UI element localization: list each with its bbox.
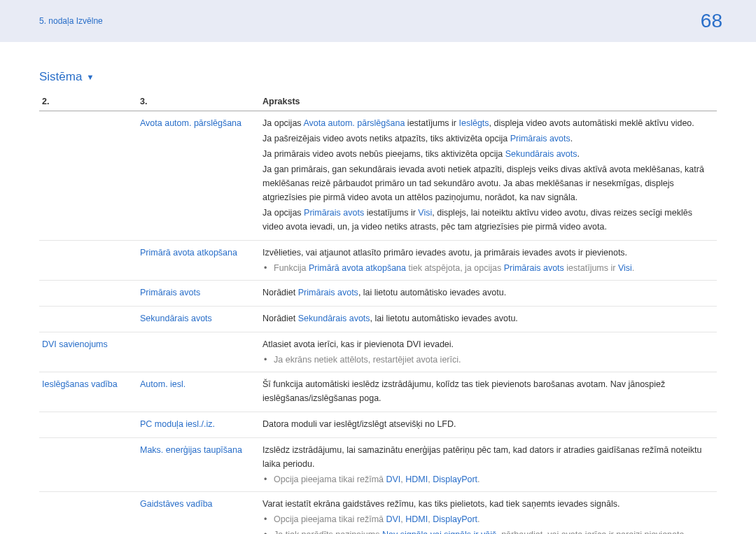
table-row: DVI savienojums Atlasiet avota ierīci, k…: [39, 332, 717, 372]
setting-desc: Datora moduli var ieslēgt/izslēgt atsevi…: [260, 412, 717, 438]
table-row: Primārais avots Norādiet Primārais avots…: [39, 281, 717, 307]
setting-desc: Izslēdz izstrādājumu, lai samazinātu ene…: [260, 438, 717, 492]
page-number: 68: [701, 10, 722, 32]
setting-label: Gaidstāves vadība: [140, 499, 213, 509]
table-row: Gaidstāves vadība Varat iestatīt ekrāna …: [39, 492, 717, 535]
setting-label: PC moduļa iesl./.iz.: [140, 419, 215, 429]
breadcrumb: 5. nodaļa Izvēlne: [39, 16, 103, 26]
setting-desc: Varat iestatīt ekrāna gaidstāves režīmu,…: [260, 492, 717, 535]
col-3-header: 3.: [137, 92, 260, 111]
section-title: Sistēma ▼: [39, 70, 717, 84]
setting-desc: Norādiet Sekundārais avots, lai lietotu …: [260, 307, 717, 332]
setting-desc: Izvēlieties, vai atjaunot atlasīto primā…: [260, 241, 717, 281]
page-content: Sistēma ▼ 2. 3. Apraksts Avota autom. pā…: [0, 42, 756, 534]
settings-table: 2. 3. Apraksts Avota autom. pārslēgšana …: [39, 92, 717, 534]
setting-label: Autom. iesl.: [140, 379, 186, 389]
setting-label: Sekundārais avots: [140, 314, 212, 323]
setting-desc: Norādiet Primārais avots, lai lietotu au…: [260, 281, 717, 307]
section-title-text: Sistēma: [39, 70, 82, 84]
table-row: Primārā avota atkopšana Izvēlieties, vai…: [39, 241, 717, 281]
table-row: Ieslēgšanas vadība Autom. iesl. Šī funkc…: [39, 372, 717, 412]
table-row: Maks. enerģijas taupīšana Izslēdz izstrā…: [39, 438, 717, 492]
col-2-header: 2.: [39, 92, 137, 111]
page-header: 5. nodaļa Izvēlne 68: [0, 0, 756, 42]
setting-label: Maks. enerģijas taupīšana: [140, 445, 242, 455]
setting-label: Primārais avots: [140, 288, 200, 297]
table-row: PC moduļa iesl./.iz. Datora moduli var i…: [39, 412, 717, 438]
setting-desc: Šī funkcija automātiski ieslēdz izstrādā…: [260, 372, 717, 412]
setting-desc: Atlasiet avota ierīci, kas ir pievienota…: [260, 332, 717, 372]
col-desc-header: Apraksts: [260, 92, 717, 111]
setting-label: Avota autom. pārslēgšana: [140, 118, 241, 128]
setting-desc: Ja opcijas Avota autom. pārslēgšana iest…: [260, 111, 717, 241]
category-label: DVI savienojums: [42, 339, 108, 349]
table-header-row: 2. 3. Apraksts: [39, 92, 717, 111]
table-row: Sekundārais avots Norādiet Sekundārais a…: [39, 307, 717, 332]
category-label: Ieslēgšanas vadība: [42, 379, 118, 389]
chevron-down-icon: ▼: [86, 73, 94, 81]
table-row: Avota autom. pārslēgšana Ja opcijas Avot…: [39, 111, 717, 241]
setting-label: Primārā avota atkopšana: [140, 248, 237, 258]
